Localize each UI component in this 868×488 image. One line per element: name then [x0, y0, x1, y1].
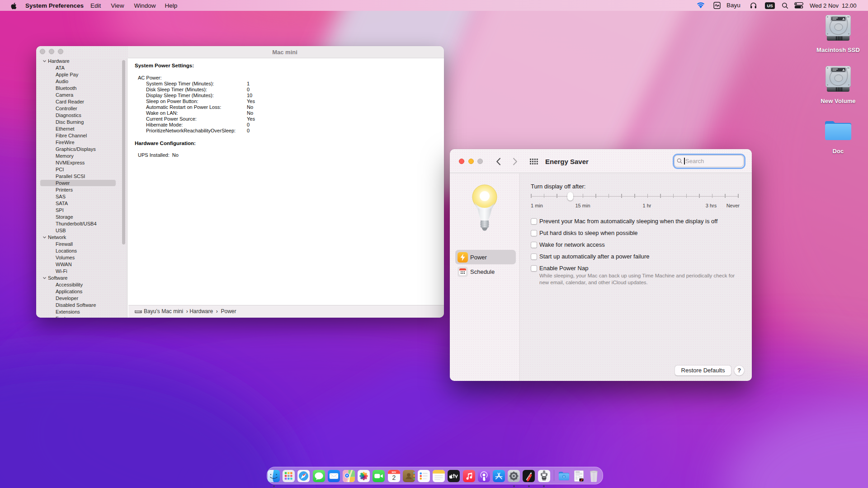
svg-text:NOV: NOV [392, 471, 396, 473]
svg-text:2: 2 [392, 474, 396, 481]
